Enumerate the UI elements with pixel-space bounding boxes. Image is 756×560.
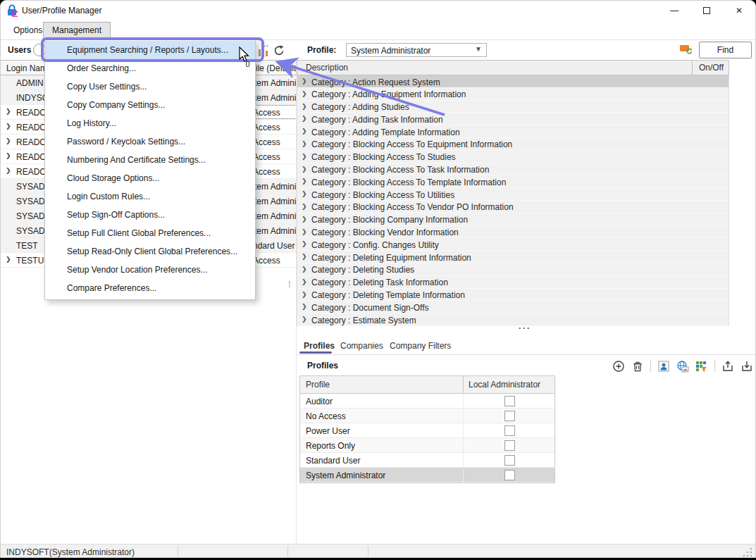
profile-table-row[interactable]: System Administrator: [300, 468, 554, 483]
expand-chevron-icon[interactable]: ❯: [302, 153, 307, 160]
expand-chevron-icon[interactable]: ❯: [302, 291, 307, 298]
splitter-handle-icon[interactable]: ⁞: [288, 281, 294, 287]
expand-chevron-icon[interactable]: ❯: [302, 140, 307, 147]
profile-sync-icon[interactable]: [679, 43, 693, 56]
expand-chevron-icon[interactable]: ❯: [302, 103, 307, 110]
category-row[interactable]: ❯ Category : Adding Template Information: [297, 125, 729, 138]
import-icon[interactable]: [740, 360, 753, 373]
expand-chevron-icon[interactable]: ❯: [302, 216, 307, 223]
local-admin-checkbox[interactable]: [504, 455, 515, 466]
menu-item[interactable]: Cloud Storage Options...: [45, 169, 255, 187]
category-row[interactable]: ❯ Category : Blocking Access To Template…: [297, 175, 729, 188]
menu-item[interactable]: Password / Keycloak Settings...: [45, 132, 255, 151]
resize-grip-icon[interactable]: [743, 547, 752, 557]
profile-table-row[interactable]: Auditor: [300, 394, 554, 409]
category-row[interactable]: ❯ Category : Document Sign-Offs: [297, 301, 729, 313]
expand-chevron-icon[interactable]: ❯: [6, 108, 11, 115]
add-profile-icon[interactable]: [612, 360, 625, 373]
menu-item[interactable]: Log History...: [45, 114, 255, 132]
expand-chevron-icon[interactable]: ❯: [6, 167, 11, 174]
category-row[interactable]: ❯ Category : Deleting Task Information: [297, 276, 729, 289]
onoff-column-header[interactable]: On/Off: [693, 63, 730, 73]
expand-chevron-icon[interactable]: ❯: [302, 253, 307, 260]
profile-column-header[interactable]: Profile: [306, 380, 330, 390]
local-admin-column-header[interactable]: Local Administrator: [469, 380, 540, 390]
local-admin-checkbox[interactable]: [504, 470, 515, 480]
expand-chevron-icon[interactable]: ❯: [302, 228, 307, 235]
category-row[interactable]: ❯ Category : Adding Task Information: [297, 113, 729, 125]
expand-chevron-icon[interactable]: ❯: [302, 316, 307, 323]
menu-item[interactable]: Login Custom Rules...: [45, 187, 255, 206]
expand-chevron-icon[interactable]: ❯: [6, 123, 11, 130]
description-column-header[interactable]: Description: [306, 63, 348, 73]
grid-filter-icon[interactable]: [695, 360, 708, 373]
category-row[interactable]: ❯ Category : Deleting Equipment Informat…: [297, 251, 729, 263]
menu-item[interactable]: Order Searching...: [45, 59, 255, 77]
local-admin-checkbox[interactable]: [504, 396, 515, 406]
local-admin-checkbox[interactable]: [504, 411, 515, 421]
expand-chevron-icon[interactable]: ❯: [302, 240, 307, 247]
menu-item[interactable]: Setup Vendor Location Preferences...: [45, 261, 255, 279]
profile-table-row[interactable]: Standard User: [300, 453, 554, 468]
overflow-dots-icon[interactable]: ···: [511, 323, 539, 333]
expand-chevron-icon[interactable]: ❯: [302, 90, 307, 97]
category-row[interactable]: ❯ Category : Action Request System: [297, 75, 729, 88]
tab-companies[interactable]: Companies: [340, 341, 383, 351]
menu-item[interactable]: Numbering And Certificate Settings...: [45, 151, 255, 169]
tab-company-filters[interactable]: Company Filters: [390, 341, 451, 351]
expand-chevron-icon[interactable]: ❯: [6, 137, 11, 144]
minimize-button[interactable]: —: [658, 1, 690, 20]
tab-profiles[interactable]: Profiles: [304, 341, 335, 351]
user-card-icon[interactable]: [657, 360, 670, 373]
category-row[interactable]: ❯ Category : Adding Studies: [297, 101, 729, 113]
refresh-icon[interactable]: [273, 44, 285, 58]
expand-chevron-icon[interactable]: ❯: [302, 77, 307, 85]
menu-item[interactable]: Setup Sign-Off Captions...: [45, 206, 255, 224]
expand-chevron-icon[interactable]: ❯: [302, 278, 307, 285]
expand-chevron-icon[interactable]: ❯: [302, 115, 307, 122]
profile-table-row[interactable]: Reports Only: [300, 438, 554, 453]
menu-item[interactable]: Copy Company Settings...: [45, 96, 255, 114]
expand-chevron-icon[interactable]: ❯: [302, 266, 307, 273]
category-row[interactable]: ❯ Category : Blocking Access To Equipmen…: [297, 138, 729, 151]
title-bar: User/Profile Manager — ✕: [1, 1, 755, 20]
category-row[interactable]: ❯ Category : Deleting Studies: [297, 263, 729, 276]
category-row[interactable]: ❯ Category : Blocking Access To Task Inf…: [297, 163, 729, 176]
menu-item[interactable]: Copy User Settings...: [45, 77, 255, 96]
find-button[interactable]: Find: [699, 42, 752, 58]
category-row[interactable]: ❯ Category : Blocking Company Informatio…: [297, 213, 729, 226]
expand-chevron-icon[interactable]: ❯: [302, 178, 307, 185]
add-columns-icon[interactable]: ++: [257, 44, 270, 58]
category-row[interactable]: ❯ Category : Blocking Vendor Information: [297, 226, 729, 239]
category-row[interactable]: ❯ Category : Blocking Access To Vendor P…: [297, 201, 729, 213]
profile-select[interactable]: System Administrator ▼: [346, 43, 487, 57]
expand-chevron-icon[interactable]: ❯: [302, 166, 307, 173]
category-row[interactable]: ❯ Category : Config. Changes Utility: [297, 238, 729, 251]
menu-item[interactable]: Setup Read-Only Client Global Preference…: [45, 242, 255, 261]
menu-management[interactable]: Management: [43, 22, 111, 39]
expand-chevron-icon[interactable]: ❯: [302, 190, 307, 197]
expand-chevron-icon[interactable]: ❯: [6, 256, 11, 263]
globe-ab-icon[interactable]: ab: [676, 360, 689, 373]
category-label: Category : Adding Equipment Information: [311, 89, 466, 99]
profile-table-row[interactable]: Power User: [300, 423, 554, 438]
menu-item[interactable]: Equipment Searching / Reports / Layouts.…: [45, 41, 255, 59]
delete-profile-icon[interactable]: [631, 360, 644, 373]
category-row[interactable]: ❯ Category : Blocking Access To Utilitie…: [297, 188, 729, 201]
local-admin-checkbox[interactable]: [504, 425, 515, 436]
menu-item[interactable]: Compare Preferences...: [45, 279, 255, 297]
category-row[interactable]: ❯ Category : Adding Equipment Informatio…: [297, 88, 729, 101]
expand-chevron-icon[interactable]: ❯: [302, 303, 307, 310]
expand-chevron-icon[interactable]: ❯: [302, 203, 307, 210]
expand-chevron-icon[interactable]: ❯: [302, 127, 307, 135]
category-row[interactable]: ❯ Category : Blocking Access To Studies: [297, 151, 729, 163]
profiles-rows: Auditor No Access Power User Reports Onl…: [300, 394, 554, 483]
menu-item[interactable]: Setup Full Client Global Preferences...: [45, 224, 255, 242]
maximize-button[interactable]: [690, 1, 723, 20]
export-icon[interactable]: [721, 360, 734, 373]
expand-chevron-icon[interactable]: ❯: [6, 152, 11, 159]
profile-table-row[interactable]: No Access: [300, 409, 554, 423]
local-admin-checkbox[interactable]: [504, 440, 515, 451]
category-row[interactable]: ❯ Category : Deleting Template Informati…: [297, 289, 729, 301]
close-button[interactable]: ✕: [723, 1, 755, 20]
